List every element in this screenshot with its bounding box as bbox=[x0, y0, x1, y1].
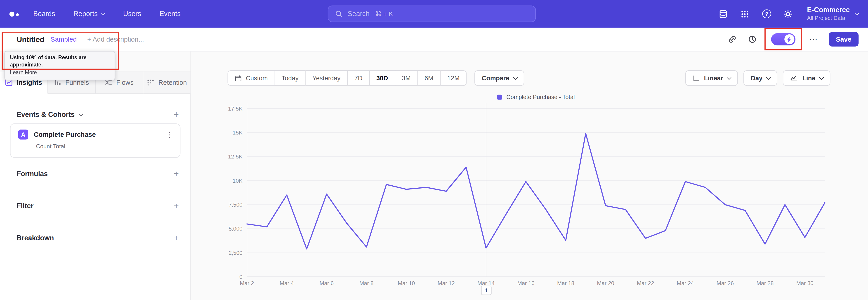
event-menu-button[interactable]: ⋮ bbox=[166, 130, 174, 139]
filter-label: Filter bbox=[17, 202, 33, 210]
svg-text:Mar 20: Mar 20 bbox=[597, 280, 614, 286]
sampling-toggle-knob bbox=[784, 34, 794, 44]
nav-boards-label: Boards bbox=[33, 10, 55, 18]
svg-text:Mar 18: Mar 18 bbox=[557, 280, 575, 286]
add-description-field[interactable]: + Add description... bbox=[87, 35, 144, 43]
logo-dot-small bbox=[16, 13, 19, 16]
add-breakdown-button[interactable]: + bbox=[174, 234, 179, 242]
nav-events-label: Events bbox=[159, 10, 181, 18]
svg-text:Mar 14: Mar 14 bbox=[477, 280, 495, 286]
save-button[interactable]: Save bbox=[829, 32, 859, 47]
pagination-page-1[interactable]: 1 bbox=[481, 286, 492, 295]
settings-button[interactable] bbox=[783, 9, 793, 19]
sampling-tooltip: Using 10% of data. Results are approxima… bbox=[4, 51, 115, 80]
add-formula-button[interactable]: + bbox=[174, 169, 179, 178]
mixpanel-logo-icon[interactable] bbox=[9, 11, 19, 16]
org-project: All Project Data bbox=[807, 15, 850, 22]
event-card-row: A Complete Purchase ⋮ bbox=[11, 124, 180, 140]
tab-retention-label: Retention bbox=[158, 79, 187, 86]
lightning-bolt-icon bbox=[787, 36, 792, 42]
nav-item-reports[interactable]: Reports bbox=[73, 10, 105, 18]
report-header-bar: Untitled Sampled + Add description... bbox=[0, 28, 868, 51]
grid-icon bbox=[741, 10, 749, 18]
learn-more-link[interactable]: Learn More bbox=[10, 68, 110, 77]
nav-item-events[interactable]: Events bbox=[159, 10, 181, 18]
events-cohorts-section: Events & Cohorts + bbox=[0, 107, 190, 123]
tab-flows-label: Flows bbox=[116, 79, 133, 86]
chart-panel: Custom Today Yesterday 7D 30D 3M 6M 12M … bbox=[191, 52, 868, 300]
line-chart[interactable]: 02,5005,0007,50010K12.5K15K17.5KMar 2Mar… bbox=[191, 52, 868, 300]
svg-text:Mar 10: Mar 10 bbox=[398, 280, 415, 286]
svg-text:17.5K: 17.5K bbox=[228, 106, 243, 112]
query-builder-sidebar: Insights Funnels Flows bbox=[0, 52, 191, 300]
report-body: Insights Funnels Flows bbox=[0, 52, 868, 300]
event-name[interactable]: Complete Purchase bbox=[34, 131, 96, 138]
retention-icon bbox=[147, 79, 154, 86]
svg-text:Mar 6: Mar 6 bbox=[320, 280, 334, 286]
svg-text:0: 0 bbox=[239, 274, 243, 280]
copy-link-button[interactable] bbox=[728, 35, 737, 44]
nav-users-label: Users bbox=[123, 10, 141, 18]
svg-text:Mar 2: Mar 2 bbox=[240, 280, 254, 286]
sampling-toggle[interactable] bbox=[771, 33, 796, 46]
primary-nav: Boards Reports Users Events bbox=[33, 10, 181, 18]
org-name: E-Commerce bbox=[807, 6, 850, 15]
nav-item-users[interactable]: Users bbox=[123, 10, 141, 18]
query-history-button[interactable] bbox=[748, 35, 757, 44]
search-input[interactable]: Search ⌘ + K bbox=[328, 5, 536, 22]
sampling-tooltip-text: Using 10% of data. Results are approxima… bbox=[10, 54, 110, 68]
nav-reports-label: Reports bbox=[73, 10, 98, 18]
svg-text:15K: 15K bbox=[232, 129, 243, 136]
svg-text:Mar 4: Mar 4 bbox=[280, 280, 294, 286]
events-cohorts-header[interactable]: Events & Cohorts bbox=[17, 111, 82, 118]
history-clock-icon bbox=[748, 35, 757, 43]
gear-icon bbox=[783, 9, 793, 19]
events-cohorts-label: Events & Cohorts bbox=[17, 111, 74, 118]
nav-item-boards[interactable]: Boards bbox=[33, 10, 55, 18]
svg-text:Mar 24: Mar 24 bbox=[677, 280, 694, 286]
nav-right-group: ? E-Commerce All Project Data bbox=[718, 6, 859, 22]
sampled-badge[interactable]: Sampled bbox=[51, 35, 76, 43]
svg-text:2,500: 2,500 bbox=[228, 250, 242, 256]
report-title[interactable]: Untitled bbox=[17, 35, 44, 43]
tab-retention[interactable]: Retention bbox=[143, 71, 191, 94]
help-button[interactable]: ? bbox=[762, 9, 772, 19]
breakdown-section: Breakdown + bbox=[0, 230, 190, 246]
event-card: A Complete Purchase ⋮ Count Total bbox=[10, 123, 180, 158]
search-placeholder: Search bbox=[348, 10, 370, 18]
svg-text:5,000: 5,000 bbox=[228, 226, 242, 232]
add-filter-button[interactable]: + bbox=[174, 202, 179, 210]
add-event-button[interactable]: + bbox=[174, 110, 179, 119]
svg-text:10K: 10K bbox=[232, 178, 243, 184]
chevron-down-icon bbox=[101, 11, 105, 16]
svg-text:Mar 28: Mar 28 bbox=[756, 280, 774, 286]
svg-text:Mar 22: Mar 22 bbox=[637, 280, 654, 286]
search-shortcut: ⌘ + K bbox=[375, 10, 393, 18]
logo-dot-large bbox=[9, 11, 14, 16]
search-icon bbox=[335, 10, 343, 18]
data-management-button[interactable] bbox=[718, 9, 728, 19]
svg-text:7,500: 7,500 bbox=[228, 202, 242, 208]
mixpanel-app: Boards Reports Users Events Search ⌘ + K bbox=[0, 0, 868, 300]
report-actions: ⋯ Save bbox=[728, 32, 859, 47]
chevron-down-icon bbox=[79, 112, 83, 116]
svg-text:12.5K: 12.5K bbox=[228, 153, 243, 160]
apps-grid-button[interactable] bbox=[740, 9, 750, 19]
svg-text:Mar 26: Mar 26 bbox=[717, 280, 734, 286]
org-text: E-Commerce All Project Data bbox=[807, 6, 850, 22]
link-icon bbox=[728, 35, 737, 43]
more-options-button[interactable]: ⋯ bbox=[809, 34, 818, 44]
sampling-toggle-track[interactable] bbox=[771, 33, 796, 46]
question-icon: ? bbox=[762, 9, 771, 18]
project-switcher[interactable]: E-Commerce All Project Data bbox=[807, 6, 859, 22]
svg-text:Mar 30: Mar 30 bbox=[796, 280, 813, 286]
formulas-section: Formulas + bbox=[0, 166, 190, 182]
filter-section: Filter + bbox=[0, 198, 190, 214]
event-letter-badge: A bbox=[18, 129, 28, 140]
top-nav: Boards Reports Users Events Search ⌘ + K bbox=[0, 0, 868, 28]
database-icon bbox=[719, 9, 728, 19]
event-aggregation[interactable]: Count Total bbox=[36, 143, 180, 149]
svg-text:Mar 12: Mar 12 bbox=[438, 280, 455, 286]
svg-text:Mar 16: Mar 16 bbox=[517, 280, 534, 286]
svg-text:Mar 8: Mar 8 bbox=[360, 280, 374, 286]
